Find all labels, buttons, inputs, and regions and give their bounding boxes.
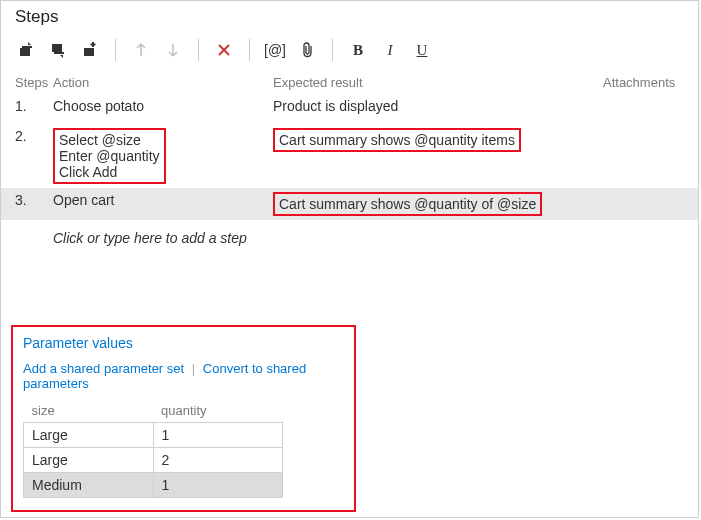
svg-rect-4 xyxy=(84,48,94,56)
panel-title: Steps xyxy=(1,1,698,31)
step-number: 3. xyxy=(15,192,53,208)
step-action-cell[interactable]: Choose potato xyxy=(53,98,273,114)
param-row[interactable]: Large2 xyxy=(24,448,283,473)
step-row[interactable]: 2.Select @size Enter @quantity Click Add… xyxy=(1,124,698,188)
col-action: Action xyxy=(53,75,273,90)
bold-button[interactable]: B xyxy=(347,39,369,61)
step-expected-text[interactable]: Product is displayed xyxy=(273,98,398,114)
step-number: 1. xyxy=(15,98,53,114)
param-cell-quantity[interactable]: 1 xyxy=(153,423,282,448)
step-row[interactable]: 3.Open cartCart summary shows @quantity … xyxy=(1,188,698,220)
step-action-cell[interactable]: Open cart xyxy=(53,192,273,208)
underline-button[interactable]: U xyxy=(411,39,433,61)
move-down-icon xyxy=(162,39,184,61)
param-cell-size[interactable]: Medium xyxy=(24,473,154,498)
param-cell-quantity[interactable]: 2 xyxy=(153,448,282,473)
param-cell-size[interactable]: Large xyxy=(24,448,154,473)
svg-rect-2 xyxy=(52,44,62,52)
italic-button[interactable]: I xyxy=(379,39,401,61)
param-cell-quantity[interactable]: 1 xyxy=(153,473,282,498)
param-row[interactable]: Medium1 xyxy=(24,473,283,498)
step-action-text[interactable]: Select @size Enter @quantity Click Add xyxy=(53,128,166,184)
step-number: 2. xyxy=(15,128,53,144)
toolbar-separator xyxy=(332,39,333,61)
col-steps: Steps xyxy=(15,75,53,90)
toolbar-separator xyxy=(198,39,199,61)
add-shared-param-link[interactable]: Add a shared parameter set xyxy=(23,361,184,376)
step-action-text[interactable]: Open cart xyxy=(53,192,114,208)
step-expected-cell[interactable]: Cart summary shows @quantity of @size xyxy=(273,192,603,216)
step-expected-text[interactable]: Cart summary shows @quantity of @size xyxy=(273,192,542,216)
add-step-placeholder[interactable]: Click or type here to add a step xyxy=(1,220,698,246)
svg-rect-0 xyxy=(20,48,30,56)
attach-icon[interactable] xyxy=(296,39,318,61)
parameter-values-title: Parameter values xyxy=(23,335,344,351)
step-row[interactable]: 1.Choose potatoProduct is displayed xyxy=(1,94,698,124)
insert-step-icon[interactable] xyxy=(15,39,37,61)
steps-toolbar: [@] B I U xyxy=(1,31,698,71)
delete-step-icon[interactable] xyxy=(213,39,235,61)
svg-rect-1 xyxy=(22,46,32,48)
parameter-values-panel: Parameter values Add a shared parameter … xyxy=(11,325,356,512)
step-expected-text[interactable]: Cart summary shows @quantity items xyxy=(273,128,521,152)
step-expected-cell[interactable]: Cart summary shows @quantity items xyxy=(273,128,603,152)
parameter-table[interactable]: size quantity Large1Large2Medium1 xyxy=(23,399,283,498)
toolbar-separator xyxy=(115,39,116,61)
step-action-cell[interactable]: Select @size Enter @quantity Click Add xyxy=(53,128,273,184)
svg-rect-3 xyxy=(54,52,64,54)
param-col-size[interactable]: size xyxy=(24,399,154,423)
step-action-text[interactable]: Choose potato xyxy=(53,98,144,114)
col-attachments: Attachments xyxy=(603,75,684,90)
toolbar-separator xyxy=(249,39,250,61)
param-col-quantity[interactable]: quantity xyxy=(153,399,282,423)
insert-step-above-icon[interactable] xyxy=(47,39,69,61)
insert-shared-step-icon[interactable] xyxy=(79,39,101,61)
col-expected: Expected result xyxy=(273,75,603,90)
link-separator: | xyxy=(192,361,195,376)
step-expected-cell[interactable]: Product is displayed xyxy=(273,98,603,114)
move-up-icon xyxy=(130,39,152,61)
insert-parameter-icon[interactable]: [@] xyxy=(264,39,286,61)
param-cell-size[interactable]: Large xyxy=(24,423,154,448)
param-row[interactable]: Large1 xyxy=(24,423,283,448)
steps-header-row: Steps Action Expected result Attachments xyxy=(1,71,698,94)
